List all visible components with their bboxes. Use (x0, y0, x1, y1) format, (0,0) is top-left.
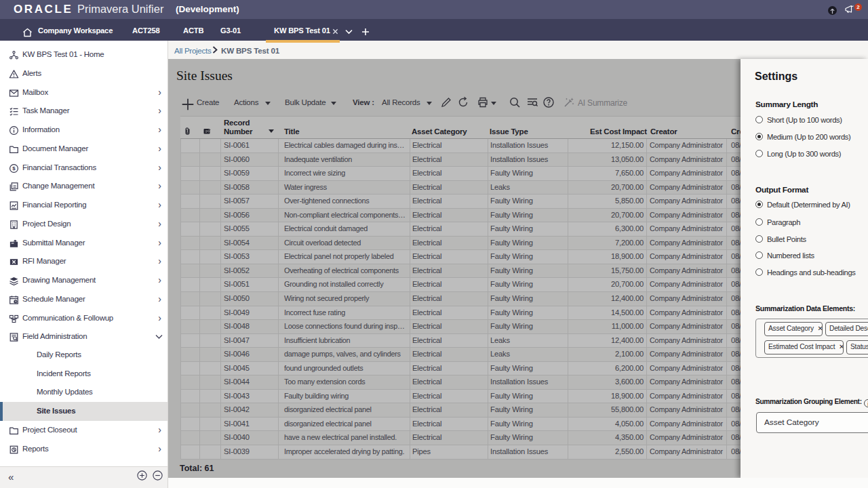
svg-text:$: $ (12, 165, 16, 171)
